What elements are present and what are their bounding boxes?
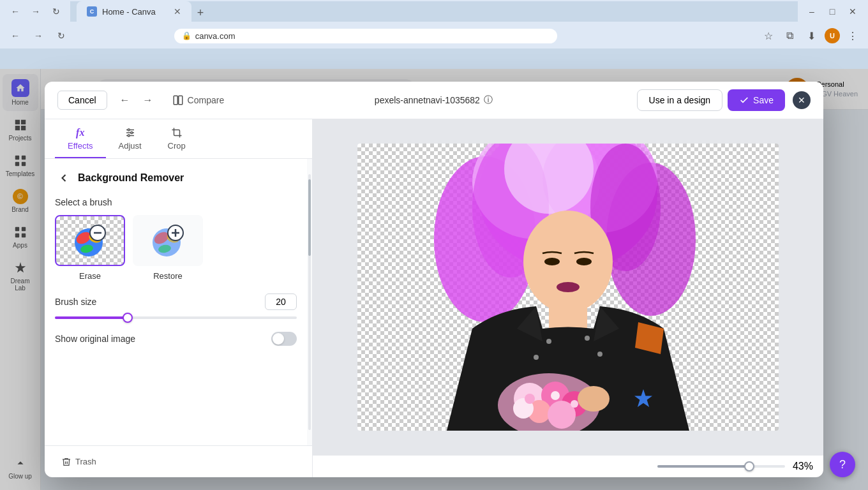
minimize-button[interactable]: – (803, 3, 821, 20)
trash-label: Trash (75, 457, 96, 466)
svg-point-39 (544, 258, 560, 265)
editor-tabs: fx Effects Adjust Crop (45, 119, 312, 159)
zoom-bar: 43% (313, 455, 823, 477)
lock-icon: 🔒 (182, 31, 191, 40)
adjust-label: Adjust (119, 141, 142, 151)
svg-point-15 (128, 135, 130, 137)
help-button[interactable]: ? (830, 452, 855, 477)
info-icon[interactable]: ⓘ (484, 94, 493, 106)
svg-rect-9 (178, 96, 182, 105)
window-close-button[interactable]: ✕ (844, 3, 862, 20)
modal-close-button[interactable]: ✕ (793, 91, 811, 109)
erase-brush-illustration (64, 220, 116, 262)
svg-point-42 (546, 339, 551, 344)
compare-label: Compare (188, 95, 225, 105)
svg-point-37 (523, 211, 613, 313)
extensions-button[interactable]: ⧉ (781, 27, 799, 45)
bookmark-button[interactable]: ☆ (760, 27, 777, 45)
erase-label: Erase (79, 271, 101, 281)
zoom-value: 43% (793, 461, 813, 472)
scroll-up-area[interactable] (308, 161, 311, 174)
svg-point-45 (597, 352, 602, 357)
crop-label: Crop (168, 141, 186, 151)
address-input[interactable] (195, 31, 550, 41)
svg-rect-8 (174, 96, 177, 105)
scroll-down-area[interactable] (308, 430, 311, 443)
show-original-label: Show original image (55, 334, 264, 344)
tab-crop[interactable]: Crop (154, 119, 199, 158)
forward-button[interactable]: → (27, 3, 45, 20)
svg-point-13 (128, 129, 130, 131)
tab-adjust[interactable]: Adjust (106, 119, 154, 158)
brush-size-input[interactable] (265, 293, 297, 310)
svg-point-57 (571, 400, 578, 408)
svg-point-56 (551, 391, 560, 400)
svg-point-14 (130, 132, 132, 134)
tab-effects[interactable]: fx Effects (55, 119, 106, 158)
download-button[interactable]: ⬇ (803, 27, 821, 45)
show-original-toggle[interactable] (271, 332, 297, 346)
adjust-icon (124, 127, 136, 138)
tab-title: Home - Canva (102, 7, 156, 17)
refresh-button[interactable]: ↻ (47, 3, 65, 20)
svg-point-41 (557, 282, 580, 292)
subject-image (357, 144, 779, 431)
brush-section-label: Select a brush (55, 197, 297, 207)
back-header[interactable]: Background Remover (55, 169, 297, 187)
nav-forward-button[interactable]: → (29, 27, 47, 45)
chevron-left-icon (57, 172, 70, 184)
restore-brush-preview (133, 215, 203, 266)
browser-tab[interactable]: C Home - Canva ✕ (77, 1, 191, 22)
brush-option-erase[interactable]: Erase (55, 215, 125, 281)
cancel-button[interactable]: Cancel (57, 91, 107, 110)
browser-menu-button[interactable]: ⋮ (844, 27, 862, 45)
zoom-slider[interactable] (657, 465, 785, 468)
erase-brush-preview (55, 215, 125, 266)
compare-button[interactable]: Compare (166, 91, 231, 110)
show-original-row: Show original image (55, 332, 297, 346)
nav-refresh-button[interactable]: ↻ (52, 27, 70, 45)
back-button[interactable] (55, 169, 73, 187)
brush-slider-thumb[interactable] (123, 313, 133, 323)
profile-avatar[interactable]: U (825, 28, 840, 43)
redo-button[interactable]: → (138, 90, 158, 110)
brush-size-slider-track[interactable] (55, 316, 297, 319)
address-bar[interactable]: 🔒 (174, 29, 557, 43)
modal-overlay: Cancel ← → Compare pexels-annetnavi-1035… (0, 69, 868, 490)
tab-favicon: C (87, 6, 97, 17)
brush-size-row: Brush size (55, 293, 297, 310)
svg-rect-38 (549, 303, 587, 329)
modal-header: Cancel ← → Compare pexels-annetnavi-1035… (45, 82, 823, 119)
modal-body: fx Effects Adjust Crop (45, 119, 823, 477)
image-display-area[interactable] (313, 119, 823, 455)
filename-text: pexels-annetnavi-1035682 (375, 95, 480, 105)
modal-left-panel: fx Effects Adjust Crop (45, 119, 313, 477)
image-editor-modal: Cancel ← → Compare pexels-annetnavi-1035… (45, 82, 823, 477)
effects-label: Effects (68, 141, 93, 151)
crop-icon (171, 127, 183, 138)
scrollbar-track[interactable] (308, 174, 311, 430)
modal-right-panel: 43% (313, 119, 823, 477)
panel-title: Background Remover (78, 172, 184, 184)
use-in-design-button[interactable]: Use in a design (637, 89, 723, 111)
svg-point-43 (585, 336, 590, 341)
image-container (357, 144, 779, 431)
zoom-slider-thumb[interactable] (744, 461, 754, 471)
panel-scrollbar[interactable] (307, 159, 312, 445)
brush-option-restore[interactable]: Restore (133, 215, 203, 281)
scrollbar-thumb[interactable] (308, 179, 311, 256)
maximize-button[interactable]: □ (823, 3, 841, 20)
nav-back-button[interactable]: ← (6, 27, 24, 45)
svg-point-40 (576, 258, 592, 265)
filename-display: pexels-annetnavi-1035682 ⓘ (238, 94, 629, 106)
undo-button[interactable]: ← (115, 90, 135, 110)
save-button[interactable]: Save (728, 89, 785, 111)
tab-close-icon[interactable]: ✕ (174, 6, 181, 17)
woman-svg (357, 144, 779, 431)
brush-options: Erase (55, 215, 297, 281)
trash-button[interactable]: Trash (55, 453, 103, 471)
compare-icon (172, 94, 184, 106)
brush-size-label: Brush size (55, 297, 257, 307)
new-tab-button[interactable]: + (191, 4, 209, 22)
back-button[interactable]: ← (6, 3, 24, 20)
